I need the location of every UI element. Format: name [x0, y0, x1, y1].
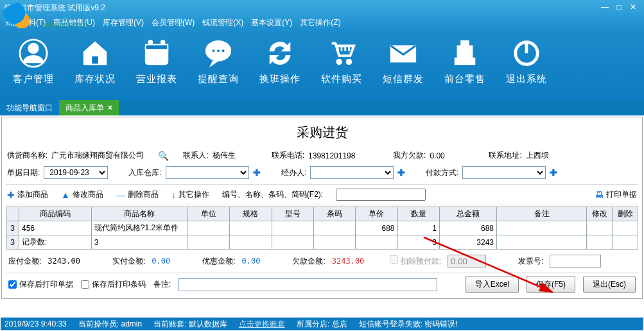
add-product-button[interactable]: ✚添加商品 — [7, 189, 48, 200]
items-grid: 商品编码 商品名称 单位 规格 型号 条码 单价 数量 总金额 备注 修改 删除… — [6, 207, 638, 250]
menu-other[interactable]: 其它操作(Z) — [300, 17, 340, 28]
disc-value[interactable]: 0.00 — [242, 257, 261, 266]
minus-icon: — — [116, 190, 125, 200]
svg-rect-14 — [455, 58, 475, 65]
toolbar-report[interactable]: 营业报表 — [128, 37, 185, 95]
payway-select[interactable] — [462, 166, 546, 179]
titlebar: 领智超市管理系统 试用版v9.2 — □ ✕ — [0, 0, 644, 15]
status-bar: 2019/9/23 9:40:33 当前操作员: admin 当前账套: 默认数… — [1, 318, 643, 330]
col-del[interactable]: 删除 — [613, 207, 638, 221]
close-tab-icon[interactable]: × — [108, 103, 112, 112]
search-input[interactable] — [336, 189, 426, 201]
svg-rect-15 — [458, 46, 473, 58]
supplier-value: 广元市瑞缘翔商贸有限公司 — [51, 150, 154, 161]
save-button[interactable]: 保存(F5) — [527, 276, 575, 293]
amounts-row: 应付金额: 3243.00 实付金额: 0.00 优惠金额: 0.00 欠款金额… — [6, 250, 638, 273]
search-label: 编号、名称、条码、简码(F2): — [222, 189, 323, 200]
col-model[interactable]: 型号 — [272, 207, 313, 221]
svg-point-5 — [149, 40, 153, 44]
tab-inbound[interactable]: 商品入库单× — [59, 100, 119, 115]
addr-value: 上西坝 — [526, 150, 549, 161]
remark-input[interactable] — [178, 278, 437, 291]
minimize-button[interactable]: — — [598, 3, 612, 13]
maximize-button[interactable]: □ — [612, 3, 626, 13]
invoice-input[interactable] — [550, 255, 601, 267]
phone-label: 联系电话: — [272, 150, 304, 161]
prepay-input — [448, 255, 486, 267]
handler-select[interactable] — [310, 166, 394, 179]
switch-account-link[interactable]: 点击更换账套 — [239, 319, 285, 330]
svg-point-10 — [222, 49, 225, 53]
menu-product[interactable]: 商品资料(T) — [5, 17, 46, 28]
status-account: 当前账套: 默认数据库 — [153, 319, 227, 330]
toolbar-exit[interactable]: 退出系统 — [498, 37, 555, 95]
tab-bar: 功能导航窗口 商品入库单× — [0, 100, 644, 115]
prepay-checkbox[interactable]: 扣除预付款: — [390, 255, 441, 267]
menu-stock[interactable]: 库存管理(V) — [103, 17, 144, 28]
toolbar-pos[interactable]: 前台零售 — [437, 37, 493, 95]
col-price[interactable]: 单价 — [356, 207, 397, 221]
col-amt[interactable]: 总金额 — [439, 207, 496, 221]
svg-point-11 — [336, 60, 342, 65]
mydebt-value: 0.00 — [430, 151, 468, 160]
chat-icon — [202, 37, 234, 69]
col-remark[interactable]: 备注 — [497, 207, 587, 221]
toolbar-shift[interactable]: 换班操作 — [252, 37, 308, 95]
contact-label: 联系人: — [183, 150, 208, 161]
tab-nav[interactable]: 功能导航窗口 — [0, 100, 59, 115]
user-icon — [17, 37, 49, 69]
status-sms: 短信账号登录失败: 密码错误! — [359, 319, 458, 330]
col-edit[interactable]: 修改 — [587, 207, 613, 221]
menu-member[interactable]: 会员管理(W) — [152, 17, 195, 28]
date-select[interactable]: 2019-09-23 — [44, 166, 108, 179]
svg-rect-2 — [91, 56, 99, 64]
menu-settings[interactable]: 基本设置(Y) — [251, 17, 292, 28]
owe-value: 3243.00 — [332, 257, 365, 266]
payway-add-icon[interactable]: ✚ — [550, 167, 557, 178]
cb-print-bill[interactable]: 保存后打印单据 — [8, 279, 73, 290]
menu-sales[interactable]: 商品销售(U) — [53, 17, 95, 28]
content-panel: 采购进货 供货商名称: 广元市瑞缘翔商贸有限公司 🔍 联系人: 杨伟生 联系电话… — [1, 117, 643, 299]
power-icon — [510, 37, 543, 69]
col-code[interactable]: 商品编码 — [19, 207, 92, 221]
exit-button[interactable]: 退出(Esc) — [583, 276, 636, 293]
toolbar-buy[interactable]: 软件购买 — [313, 37, 370, 95]
edit-product-button[interactable]: ▲修改商品 — [61, 189, 103, 200]
svg-point-8 — [211, 49, 215, 53]
refresh-icon — [264, 37, 296, 69]
paid-value[interactable]: 0.00 — [152, 257, 170, 266]
svg-point-9 — [216, 49, 220, 53]
col-name[interactable]: 商品名称 — [91, 207, 187, 221]
toolbar-remind[interactable]: 提醒查询 — [190, 37, 247, 95]
toolbar-sms[interactable]: 短信群发 — [375, 37, 431, 95]
wh-add-icon[interactable]: ✚ — [253, 167, 261, 178]
svg-point-0 — [28, 44, 38, 53]
supplier-row: 供货商名称: 广元市瑞缘翔商贸有限公司 🔍 联系人: 杨伟生 联系电话: 139… — [6, 148, 638, 164]
menu-money[interactable]: 钱流管理(X) — [202, 17, 243, 28]
other-op-button[interactable]: ↓其它操作 — [171, 189, 209, 200]
svg-rect-4 — [146, 45, 168, 50]
close-button[interactable]: ✕ — [626, 3, 640, 13]
col-unit[interactable]: 单位 — [187, 207, 229, 221]
handler-add-icon[interactable]: ✚ — [397, 167, 405, 178]
table-row[interactable]: 3 456 现代简约风格?1.2米单件 688 1 688 — [6, 221, 638, 235]
print-bill-button[interactable]: 🖶打印单据 — [595, 189, 637, 200]
contact-value: 杨伟生 — [213, 150, 251, 161]
phone-value: 13981201198 — [308, 151, 372, 160]
mydebt-label: 我方欠款: — [393, 150, 426, 161]
svg-point-6 — [161, 40, 165, 44]
status-branch: 所属分店: 总店 — [297, 319, 347, 330]
col-spec[interactable]: 规格 — [230, 207, 272, 221]
svg-rect-16 — [461, 41, 469, 46]
doc-row: 单据日期: 2019-09-23 入库仓库: ✚ 经办人: ✚ 付款方式: ✚ — [6, 164, 638, 182]
wh-select[interactable] — [166, 166, 249, 179]
toolbar-stock[interactable]: 库存状况 — [67, 37, 123, 95]
binoculars-icon[interactable]: 🔍 — [158, 151, 169, 161]
col-qty[interactable]: 数量 — [397, 207, 439, 221]
del-product-button[interactable]: —删除商品 — [116, 189, 159, 200]
col-barcode[interactable]: 条码 — [313, 207, 355, 221]
import-excel-button[interactable]: 导入Excel — [466, 276, 519, 293]
toolbar-customer[interactable]: 客户管理 — [5, 37, 62, 95]
payway-label: 付款方式: — [426, 167, 458, 178]
cb-print-barcode[interactable]: 保存后打印条码 — [81, 279, 146, 290]
